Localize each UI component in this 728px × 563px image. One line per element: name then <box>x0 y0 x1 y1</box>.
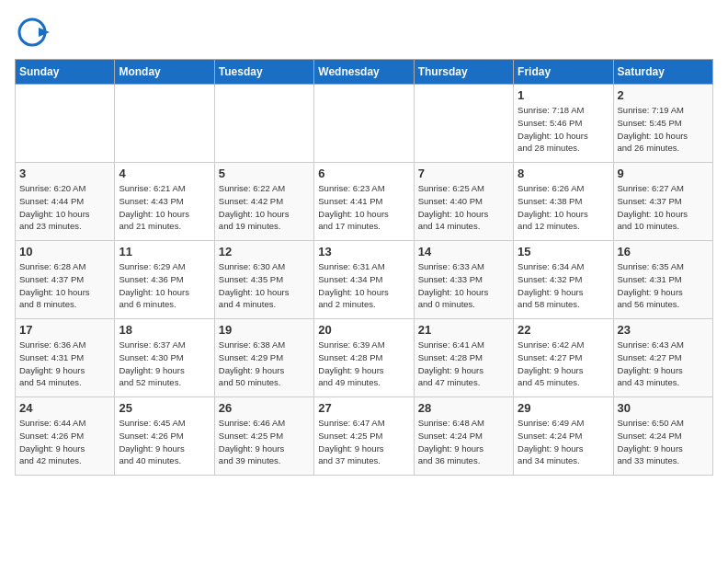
calendar-cell: 17Sunrise: 6:36 AM Sunset: 4:31 PM Dayli… <box>16 319 115 397</box>
day-number: 14 <box>418 245 509 259</box>
day-info: Sunrise: 6:35 AM Sunset: 4:31 PM Dayligh… <box>618 260 709 311</box>
day-number: 21 <box>418 323 509 337</box>
day-number: 23 <box>618 323 709 337</box>
logo <box>15 15 51 50</box>
day-info: Sunrise: 6:46 AM Sunset: 4:25 PM Dayligh… <box>219 417 310 467</box>
calendar-cell: 5Sunrise: 6:22 AM Sunset: 4:42 PM Daylig… <box>214 163 313 241</box>
day-number: 2 <box>618 88 709 102</box>
day-info: Sunrise: 6:36 AM Sunset: 4:31 PM Dayligh… <box>19 339 110 389</box>
weekday-header-sunday: Sunday <box>16 60 115 85</box>
day-info: Sunrise: 6:21 AM Sunset: 4:43 PM Dayligh… <box>119 182 210 233</box>
calendar-cell: 20Sunrise: 6:39 AM Sunset: 4:28 PM Dayli… <box>314 319 414 397</box>
day-info: Sunrise: 6:42 AM Sunset: 4:27 PM Dayligh… <box>518 339 609 389</box>
day-info: Sunrise: 6:29 AM Sunset: 4:36 PM Dayligh… <box>119 260 210 311</box>
calendar-cell: 18Sunrise: 6:37 AM Sunset: 4:30 PM Dayli… <box>115 319 214 397</box>
day-number: 17 <box>19 323 110 337</box>
calendar-cell: 12Sunrise: 6:30 AM Sunset: 4:35 PM Dayli… <box>214 241 313 319</box>
calendar-cell: 2Sunrise: 7:19 AM Sunset: 5:45 PM Daylig… <box>613 85 712 163</box>
calendar-cell: 3Sunrise: 6:20 AM Sunset: 4:44 PM Daylig… <box>16 163 115 241</box>
calendar-cell <box>214 85 313 163</box>
calendar-cell: 24Sunrise: 6:44 AM Sunset: 4:26 PM Dayli… <box>16 397 115 476</box>
day-info: Sunrise: 6:48 AM Sunset: 4:24 PM Dayligh… <box>418 417 509 467</box>
day-info: Sunrise: 6:37 AM Sunset: 4:30 PM Dayligh… <box>119 339 210 389</box>
day-info: Sunrise: 6:38 AM Sunset: 4:29 PM Dayligh… <box>219 339 310 389</box>
day-number: 12 <box>219 245 310 259</box>
day-number: 15 <box>518 245 609 259</box>
day-info: Sunrise: 6:47 AM Sunset: 4:25 PM Dayligh… <box>318 417 409 467</box>
calendar-table: SundayMondayTuesdayWednesdayThursdayFrid… <box>15 59 713 476</box>
day-number: 29 <box>518 401 609 415</box>
day-number: 9 <box>618 167 709 180</box>
calendar-cell: 28Sunrise: 6:48 AM Sunset: 4:24 PM Dayli… <box>414 397 513 476</box>
calendar-cell <box>16 85 115 163</box>
calendar-cell <box>314 85 414 163</box>
calendar-cell: 30Sunrise: 6:50 AM Sunset: 4:24 PM Dayli… <box>613 397 712 476</box>
day-info: Sunrise: 6:49 AM Sunset: 4:24 PM Dayligh… <box>518 417 609 467</box>
weekday-header-thursday: Thursday <box>414 60 513 85</box>
day-info: Sunrise: 6:30 AM Sunset: 4:35 PM Dayligh… <box>219 260 310 311</box>
weekday-header-tuesday: Tuesday <box>214 60 313 85</box>
day-number: 13 <box>318 245 409 259</box>
day-info: Sunrise: 6:22 AM Sunset: 4:42 PM Dayligh… <box>219 182 310 233</box>
calendar-cell: 21Sunrise: 6:41 AM Sunset: 4:28 PM Dayli… <box>414 319 513 397</box>
day-number: 11 <box>119 245 210 259</box>
calendar-cell <box>414 85 513 163</box>
calendar-cell: 1Sunrise: 7:18 AM Sunset: 5:46 PM Daylig… <box>514 85 613 163</box>
day-number: 5 <box>219 167 310 180</box>
day-number: 16 <box>618 245 709 259</box>
day-info: Sunrise: 7:18 AM Sunset: 5:46 PM Dayligh… <box>518 104 609 155</box>
calendar-cell: 26Sunrise: 6:46 AM Sunset: 4:25 PM Dayli… <box>214 397 313 476</box>
day-number: 6 <box>318 167 409 180</box>
day-info: Sunrise: 6:31 AM Sunset: 4:34 PM Dayligh… <box>318 260 409 311</box>
page-header <box>15 15 713 50</box>
day-info: Sunrise: 6:34 AM Sunset: 4:32 PM Dayligh… <box>518 260 609 311</box>
day-info: Sunrise: 6:44 AM Sunset: 4:26 PM Dayligh… <box>19 417 110 467</box>
day-number: 28 <box>418 401 509 415</box>
calendar-cell: 25Sunrise: 6:45 AM Sunset: 4:26 PM Dayli… <box>115 397 214 476</box>
calendar-cell: 27Sunrise: 6:47 AM Sunset: 4:25 PM Dayli… <box>314 397 414 476</box>
day-info: Sunrise: 6:27 AM Sunset: 4:37 PM Dayligh… <box>618 182 709 233</box>
day-info: Sunrise: 6:23 AM Sunset: 4:41 PM Dayligh… <box>318 182 409 233</box>
day-info: Sunrise: 6:45 AM Sunset: 4:26 PM Dayligh… <box>119 417 210 467</box>
day-info: Sunrise: 7:19 AM Sunset: 5:45 PM Dayligh… <box>618 104 709 155</box>
day-info: Sunrise: 6:41 AM Sunset: 4:28 PM Dayligh… <box>418 339 509 389</box>
calendar-cell: 29Sunrise: 6:49 AM Sunset: 4:24 PM Dayli… <box>514 397 613 476</box>
day-number: 26 <box>219 401 310 415</box>
day-number: 18 <box>119 323 210 337</box>
day-number: 25 <box>119 401 210 415</box>
day-number: 10 <box>19 245 110 259</box>
weekday-header-monday: Monday <box>115 60 214 85</box>
day-number: 22 <box>518 323 609 337</box>
day-number: 27 <box>318 401 409 415</box>
day-number: 24 <box>19 401 110 415</box>
logo-icon <box>15 15 50 50</box>
calendar-cell: 23Sunrise: 6:43 AM Sunset: 4:27 PM Dayli… <box>613 319 712 397</box>
calendar-cell: 19Sunrise: 6:38 AM Sunset: 4:29 PM Dayli… <box>214 319 313 397</box>
calendar-cell: 16Sunrise: 6:35 AM Sunset: 4:31 PM Dayli… <box>613 241 712 319</box>
day-number: 7 <box>418 167 509 180</box>
day-info: Sunrise: 6:25 AM Sunset: 4:40 PM Dayligh… <box>418 182 509 233</box>
day-info: Sunrise: 6:39 AM Sunset: 4:28 PM Dayligh… <box>318 339 409 389</box>
day-number: 19 <box>219 323 310 337</box>
day-number: 20 <box>318 323 409 337</box>
day-info: Sunrise: 6:26 AM Sunset: 4:38 PM Dayligh… <box>518 182 609 233</box>
day-info: Sunrise: 6:28 AM Sunset: 4:37 PM Dayligh… <box>19 260 110 311</box>
calendar-cell: 10Sunrise: 6:28 AM Sunset: 4:37 PM Dayli… <box>16 241 115 319</box>
day-info: Sunrise: 6:50 AM Sunset: 4:24 PM Dayligh… <box>618 417 709 467</box>
day-number: 4 <box>119 167 210 180</box>
calendar-cell: 11Sunrise: 6:29 AM Sunset: 4:36 PM Dayli… <box>115 241 214 319</box>
day-info: Sunrise: 6:20 AM Sunset: 4:44 PM Dayligh… <box>19 182 110 233</box>
calendar-cell: 6Sunrise: 6:23 AM Sunset: 4:41 PM Daylig… <box>314 163 414 241</box>
day-number: 1 <box>518 88 609 102</box>
weekday-header-friday: Friday <box>514 60 613 85</box>
calendar-cell: 22Sunrise: 6:42 AM Sunset: 4:27 PM Dayli… <box>514 319 613 397</box>
calendar-cell: 15Sunrise: 6:34 AM Sunset: 4:32 PM Dayli… <box>514 241 613 319</box>
calendar-cell: 7Sunrise: 6:25 AM Sunset: 4:40 PM Daylig… <box>414 163 513 241</box>
weekday-header-saturday: Saturday <box>613 60 712 85</box>
calendar-cell: 8Sunrise: 6:26 AM Sunset: 4:38 PM Daylig… <box>514 163 613 241</box>
day-number: 30 <box>618 401 709 415</box>
day-number: 8 <box>518 167 609 180</box>
weekday-header-wednesday: Wednesday <box>314 60 414 85</box>
calendar-cell: 4Sunrise: 6:21 AM Sunset: 4:43 PM Daylig… <box>115 163 214 241</box>
day-info: Sunrise: 6:33 AM Sunset: 4:33 PM Dayligh… <box>418 260 509 311</box>
